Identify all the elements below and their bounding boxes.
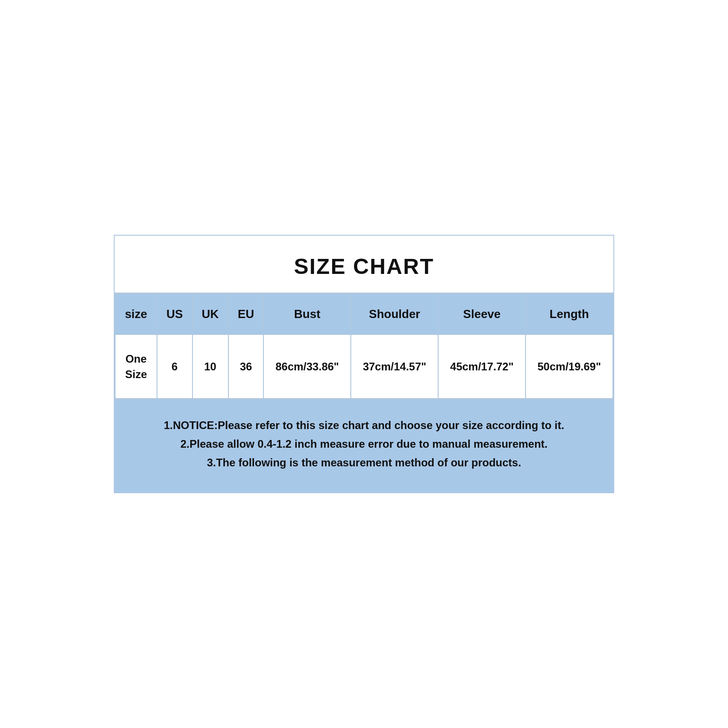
col-header-sleeve: Sleeve — [438, 294, 526, 334]
col-header-uk: UK — [192, 294, 228, 334]
page-container: SIZE CHART size US UK EU Bust Shoulder S… — [0, 0, 728, 728]
notice-text: 1.NOTICE:Please refer to this size chart… — [133, 416, 595, 472]
cell-eu: 36 — [228, 334, 264, 399]
table-section: size US UK EU Bust Shoulder Sleeve Lengt… — [115, 293, 613, 399]
cell-bust: 86cm/33.86" — [263, 334, 351, 399]
cell-shoulder: 37cm/14.57" — [351, 334, 438, 399]
cell-sleeve: 45cm/17.72" — [438, 334, 526, 399]
col-header-bust: Bust — [263, 294, 351, 334]
notice-line-3: 3.The following is the measurement metho… — [207, 456, 521, 469]
cell-uk: 10 — [192, 334, 228, 399]
size-chart-title: SIZE CHART — [124, 254, 604, 279]
cell-length: 50cm/19.69" — [526, 334, 613, 399]
col-header-eu: EU — [228, 294, 264, 334]
col-header-length: Length — [526, 294, 613, 334]
col-header-us: US — [157, 294, 192, 334]
cell-size: OneSize — [115, 334, 157, 399]
notice-line-1: 1.NOTICE:Please refer to this size chart… — [164, 419, 564, 431]
col-header-size: size — [115, 294, 157, 334]
col-header-shoulder: Shoulder — [351, 294, 438, 334]
table-header-row: size US UK EU Bust Shoulder Sleeve Lengt… — [115, 294, 613, 334]
notice-line-2: 2.Please allow 0.4-1.2 inch measure erro… — [181, 438, 548, 450]
size-chart-wrapper: SIZE CHART size US UK EU Bust Shoulder S… — [114, 235, 614, 493]
table-row: OneSize 6 10 36 86cm/33.86" 37cm/14.57" … — [115, 334, 613, 399]
notice-section: 1.NOTICE:Please refer to this size chart… — [115, 399, 613, 492]
cell-us: 6 — [157, 334, 192, 399]
title-row: SIZE CHART — [115, 236, 613, 293]
size-table: size US UK EU Bust Shoulder Sleeve Lengt… — [115, 293, 613, 399]
